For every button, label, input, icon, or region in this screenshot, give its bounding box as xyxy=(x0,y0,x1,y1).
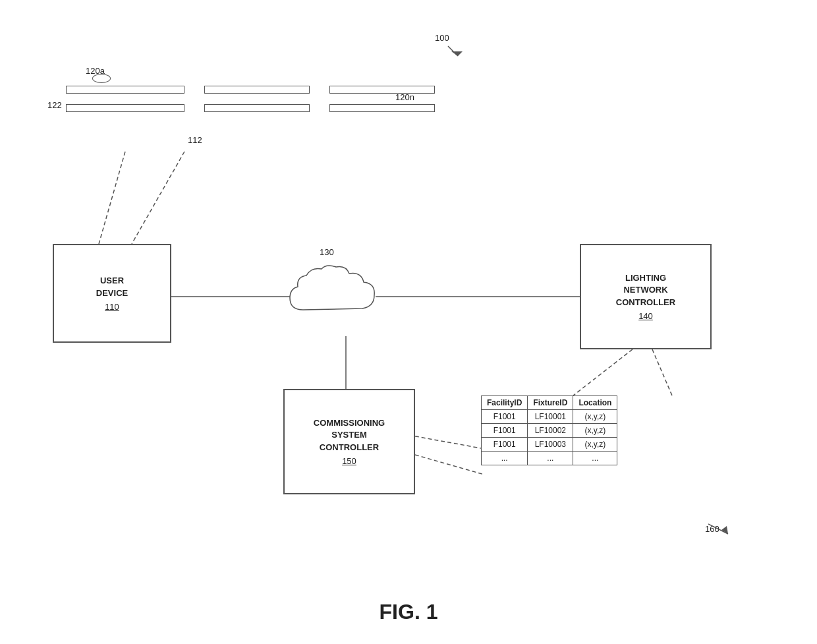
table-cell: F1001 xyxy=(482,410,528,424)
table-header-facility: FacilityID xyxy=(482,396,528,410)
svg-line-3 xyxy=(99,152,125,244)
commissioning-line1: COMMISSIONING xyxy=(314,417,385,429)
svg-line-8 xyxy=(415,455,484,475)
lighting-controller-box: LIGHTING NETWORK CONTROLLER 140 xyxy=(580,244,712,349)
user-device-line2: DEVICE xyxy=(96,287,128,299)
table-cell: ... xyxy=(528,452,573,465)
table-row: F1001LF10003(x,y,z) xyxy=(482,438,617,452)
table-cell: F1001 xyxy=(482,424,528,438)
table-cell: ... xyxy=(573,452,617,465)
cloud-130: 130 xyxy=(283,264,382,332)
label-112: 112 xyxy=(188,135,202,145)
table-row: ......... xyxy=(482,452,617,465)
label-122: 122 xyxy=(47,100,62,110)
table-row: F1001LF10002(x,y,z) xyxy=(482,424,617,438)
svg-marker-10 xyxy=(451,51,463,56)
label-100: 100 xyxy=(435,33,449,43)
table-cell: (x,y,z) xyxy=(573,424,617,438)
commissioning-box: COMMISSIONING SYSTEM CONTROLLER 150 xyxy=(283,389,415,494)
commissioning-line2: SYSTEM xyxy=(314,429,385,441)
table-cell: (x,y,z) xyxy=(573,438,617,452)
commissioning-line3: CONTROLLER xyxy=(314,442,385,454)
label-160-arrow xyxy=(708,521,748,537)
table-header-location: Location xyxy=(573,396,617,410)
table-cell: LF10002 xyxy=(528,424,573,438)
svg-line-4 xyxy=(132,152,184,244)
table-cell: ... xyxy=(482,452,528,465)
lighting-ref: 140 xyxy=(638,311,653,321)
fig-label: FIG. 1 xyxy=(380,600,438,624)
svg-line-9 xyxy=(448,46,458,56)
user-device-box: USER DEVICE 110 xyxy=(53,244,171,343)
user-device-ref: 110 xyxy=(105,302,119,312)
table-header-fixture: FixtureID xyxy=(528,396,573,410)
lighting-line3: CONTROLLER xyxy=(616,297,675,308)
table-cell: LF10003 xyxy=(528,438,573,452)
data-table-160: FacilityID FixtureID Location F1001LF100… xyxy=(481,395,617,465)
diagram: 100 120a 120n 122 112 USER DEVICE 110 xyxy=(0,0,817,593)
svg-line-6 xyxy=(652,349,672,395)
table-cell: (x,y,z) xyxy=(573,410,617,424)
svg-line-5 xyxy=(573,349,633,395)
lighting-line1: LIGHTING xyxy=(616,272,675,284)
commissioning-ref: 150 xyxy=(342,456,356,466)
label-120n: 120n xyxy=(395,92,414,102)
table-cell: LF10001 xyxy=(528,410,573,424)
table-cell: F1001 xyxy=(482,438,528,452)
label-130: 130 xyxy=(320,247,334,257)
lighting-line2: NETWORK xyxy=(616,284,675,296)
table-row: F1001LF10001(x,y,z) xyxy=(482,410,617,424)
user-device-line1: USER xyxy=(96,275,128,287)
svg-line-7 xyxy=(408,435,481,448)
